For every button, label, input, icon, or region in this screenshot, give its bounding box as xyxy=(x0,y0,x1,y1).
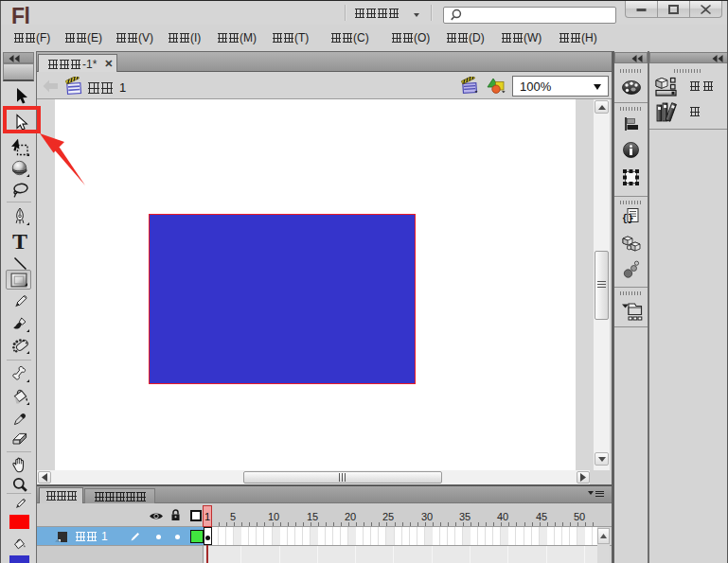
svg-text:{}: {} xyxy=(622,214,633,224)
